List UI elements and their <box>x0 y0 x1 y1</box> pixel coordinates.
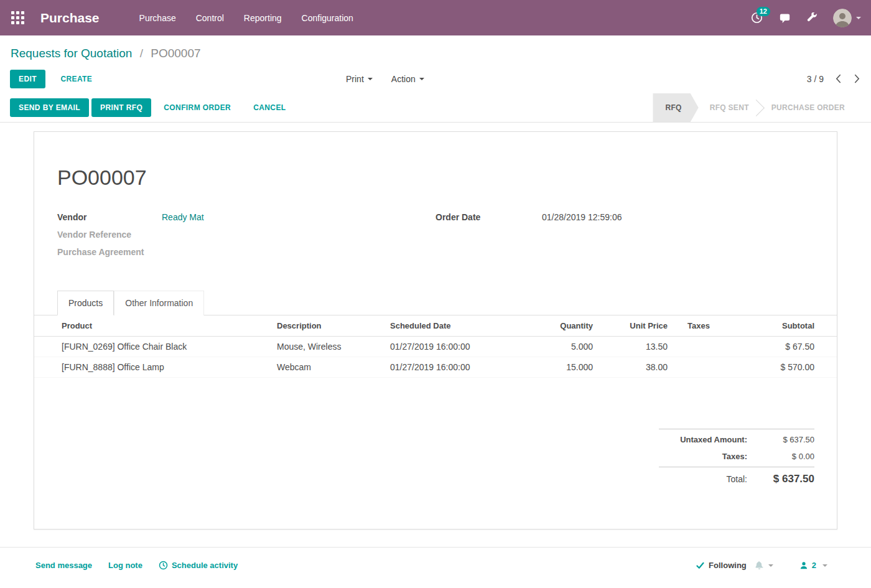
chatter-actions: Send message Log note Schedule activity <box>35 561 238 570</box>
vendor-reference-label: Vendor Reference <box>57 230 162 240</box>
chatter: Send message Log note Schedule activity … <box>0 547 871 570</box>
messages-button[interactable] <box>771 6 799 30</box>
field-group-right: Order Date 01/28/2019 12:59:06 <box>436 212 814 264</box>
total-value: $ 637.50 <box>747 473 814 485</box>
followers-count: 2 <box>812 561 816 570</box>
form-view: PO00007 Vendor Ready Mat Vendor Referenc… <box>0 131 871 530</box>
col-header-scheduled-date[interactable]: Scheduled Date <box>385 315 516 337</box>
navbar-left: Purchase Purchase Control Reporting Conf… <box>0 0 363 35</box>
col-header-quantity[interactable]: Quantity <box>516 315 598 337</box>
tools-button[interactable] <box>799 6 826 29</box>
apps-menu-button[interactable] <box>0 0 35 35</box>
chevron-left-icon <box>836 74 841 83</box>
app-name[interactable]: Purchase <box>40 11 100 26</box>
status-rfq[interactable]: RFQ <box>653 93 698 122</box>
user-menu[interactable] <box>833 9 861 27</box>
breadcrumb-parent-link[interactable]: Requests for Quotation <box>11 47 132 60</box>
top-navbar: Purchase Purchase Control Reporting Conf… <box>0 0 871 35</box>
edit-button[interactable]: EDIT <box>10 70 45 88</box>
total-label: Total: <box>727 474 747 484</box>
followers-button[interactable]: 2 <box>799 561 827 570</box>
chevron-right-icon <box>854 74 860 83</box>
field-order-date: Order Date 01/28/2019 12:59:06 <box>436 212 814 223</box>
field-vendor-reference: Vendor Reference <box>57 230 436 241</box>
caret-down-icon <box>768 564 773 567</box>
untaxed-amount-row: Untaxed Amount: $ 637.50 <box>659 429 814 448</box>
cell-subtotal: $ 570.00 <box>732 357 837 378</box>
action-dropdown[interactable]: Action <box>391 74 424 84</box>
order-line-row[interactable]: [FURN_0269] Office Chair Black Mouse, Wi… <box>34 337 837 357</box>
taxes-row: Taxes: $ 0.00 <box>659 448 814 465</box>
tab-other-information[interactable]: Other Information <box>114 291 204 315</box>
check-icon <box>696 562 704 569</box>
status-purchase-order[interactable]: PURCHASE ORDER <box>760 93 856 122</box>
col-header-subtotal[interactable]: Subtotal <box>732 315 837 337</box>
person-icon <box>799 561 808 570</box>
control-panel: EDIT CREATE Print Action 3 / 9 <box>0 64 871 93</box>
caret-down-icon <box>856 17 861 19</box>
cancel-button[interactable]: CANCEL <box>251 98 288 117</box>
pager-count[interactable]: 3 / 9 <box>807 74 824 84</box>
table-spacer <box>34 378 837 429</box>
menu-reporting[interactable]: Reporting <box>234 9 292 27</box>
print-dropdown-label: Print <box>346 74 364 84</box>
schedule-activity-button[interactable]: Schedule activity <box>159 561 238 570</box>
taxes-value: $ 0.00 <box>747 452 814 461</box>
order-sheet: PO00007 Vendor Ready Mat Vendor Referenc… <box>34 131 837 530</box>
cell-product: [FURN_0269] Office Chair Black <box>34 337 272 357</box>
col-header-taxes[interactable]: Taxes <box>673 315 732 337</box>
status-pipeline: RFQ RFQ SENT PURCHASE ORDER <box>653 93 871 122</box>
main-menu: Purchase Control Reporting Configuration <box>129 9 363 27</box>
following-label: Following <box>709 561 747 570</box>
table-header-row: Product Description Scheduled Date Quant… <box>34 315 837 337</box>
tab-products[interactable]: Products <box>57 291 114 315</box>
cell-quantity: 5.000 <box>516 337 598 357</box>
create-button[interactable]: CREATE <box>58 70 95 88</box>
menu-configuration[interactable]: Configuration <box>292 9 363 27</box>
order-lines-table: Product Description Scheduled Date Quant… <box>34 315 837 378</box>
cell-description: Mouse, Wireless <box>272 337 385 357</box>
untaxed-amount-value: $ 637.50 <box>747 435 814 444</box>
order-totals: Untaxed Amount: $ 637.50 Taxes: $ 0.00 T… <box>659 429 814 489</box>
caret-down-icon <box>368 78 373 80</box>
col-header-product[interactable]: Product <box>34 315 272 337</box>
pager-previous-button[interactable] <box>834 72 842 86</box>
print-rfq-button[interactable]: PRINT RFQ <box>91 98 151 117</box>
control-panel-dropdowns: Print Action <box>346 64 424 93</box>
cell-unit-price: 13.50 <box>598 337 673 357</box>
confirm-order-button[interactable]: CONFIRM ORDER <box>161 98 233 117</box>
total-row: Total: $ 637.50 <box>659 467 814 489</box>
statusbar: SEND BY EMAIL PRINT RFQ CONFIRM ORDER CA… <box>0 93 871 123</box>
print-dropdown[interactable]: Print <box>346 74 373 84</box>
field-group-left: Vendor Ready Mat Vendor Reference Purcha… <box>57 212 436 264</box>
vendor-value-link[interactable]: Ready Mat <box>162 212 204 222</box>
breadcrumb: Requests for Quotation / PO00007 <box>0 35 871 64</box>
schedule-activity-label: Schedule activity <box>172 561 238 570</box>
notification-bell-button[interactable] <box>755 561 773 570</box>
menu-control[interactable]: Control <box>186 9 234 27</box>
log-note-button[interactable]: Log note <box>108 561 142 570</box>
breadcrumb-separator: / <box>140 47 143 60</box>
activities-button[interactable]: 12 <box>743 6 771 30</box>
pager-next-button[interactable] <box>853 72 861 86</box>
following-button[interactable]: Following <box>696 561 747 570</box>
chatter-follow-area: Following 2 <box>696 561 827 570</box>
send-message-button[interactable]: Send message <box>35 561 92 570</box>
col-header-description[interactable]: Description <box>272 315 385 337</box>
purchase-agreement-label: Purchase Agreement <box>57 247 162 257</box>
caret-down-icon <box>822 564 827 567</box>
col-header-unit-price[interactable]: Unit Price <box>598 315 673 337</box>
field-purchase-agreement: Purchase Agreement <box>57 247 436 258</box>
user-avatar <box>833 9 852 27</box>
control-panel-buttons: EDIT CREATE <box>10 70 95 88</box>
order-line-row[interactable]: [FURN_8888] Office Lamp Webcam 01/27/201… <box>34 357 837 378</box>
cell-scheduled-date: 01/27/2019 16:00:00 <box>385 337 516 357</box>
cell-description: Webcam <box>272 357 385 378</box>
chat-icon <box>779 12 791 24</box>
send-by-email-button[interactable]: SEND BY EMAIL <box>10 98 89 117</box>
cell-product: [FURN_8888] Office Lamp <box>34 357 272 378</box>
menu-purchase[interactable]: Purchase <box>129 9 186 27</box>
pager: 3 / 9 <box>807 72 861 86</box>
cell-taxes <box>673 357 732 378</box>
cell-quantity: 15.000 <box>516 357 598 378</box>
